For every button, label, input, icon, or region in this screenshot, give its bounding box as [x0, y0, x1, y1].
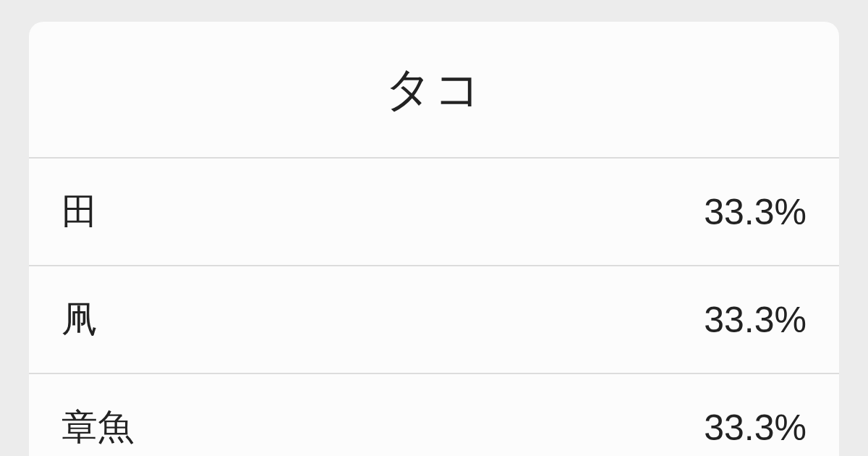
row-value: 33.3%: [704, 407, 807, 449]
title-section: タコ: [29, 22, 839, 157]
row-value: 33.3%: [704, 299, 807, 341]
list-row[interactable]: 田 33.3%: [29, 157, 839, 265]
row-label: 田: [61, 187, 98, 236]
card-title: タコ: [29, 58, 839, 121]
row-label: 凧: [61, 295, 98, 344]
card: タコ 田 33.3% 凧 33.3% 章魚 33.3%: [29, 22, 839, 456]
list-row[interactable]: 凧 33.3%: [29, 265, 839, 373]
row-value: 33.3%: [704, 191, 807, 233]
row-label: 章魚: [61, 403, 134, 452]
list-row[interactable]: 章魚 33.3%: [29, 373, 839, 456]
